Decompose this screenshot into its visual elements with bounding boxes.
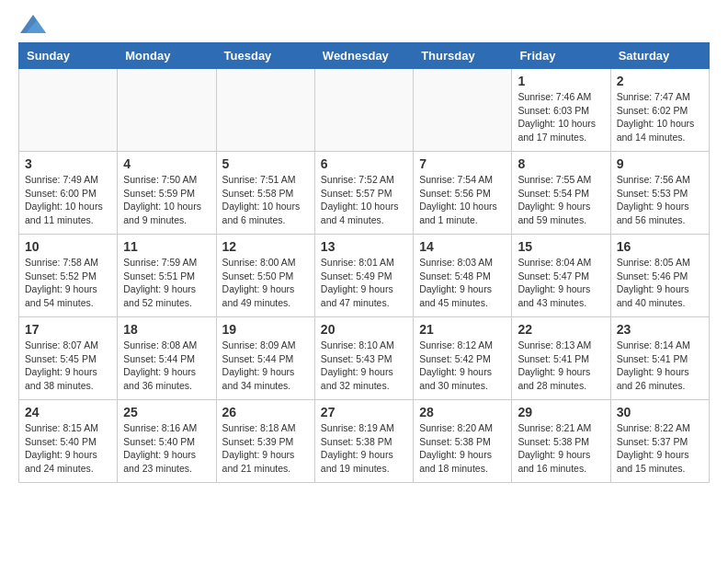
calendar-body: 1Sunrise: 7:46 AM Sunset: 6:03 PM Daylig… — [19, 69, 710, 483]
column-header-friday: Friday — [512, 43, 610, 69]
day-info: Sunrise: 7:54 AM Sunset: 5:56 PM Dayligh… — [419, 173, 506, 227]
day-info: Sunrise: 7:46 AM Sunset: 6:03 PM Dayligh… — [518, 90, 604, 144]
day-info: Sunrise: 8:12 AM Sunset: 5:42 PM Dayligh… — [419, 339, 506, 393]
day-number: 18 — [123, 322, 210, 337]
calendar-cell: 4Sunrise: 7:50 AM Sunset: 5:59 PM Daylig… — [118, 152, 216, 235]
day-info: Sunrise: 8:03 AM Sunset: 5:48 PM Dayligh… — [419, 256, 506, 310]
calendar-cell: 23Sunrise: 8:14 AM Sunset: 5:41 PM Dayli… — [610, 317, 709, 400]
calendar-cell: 9Sunrise: 7:56 AM Sunset: 5:53 PM Daylig… — [610, 152, 709, 235]
column-header-thursday: Thursday — [414, 43, 512, 69]
day-info: Sunrise: 7:58 AM Sunset: 5:52 PM Dayligh… — [25, 256, 111, 310]
day-info: Sunrise: 7:49 AM Sunset: 6:00 PM Dayligh… — [25, 173, 111, 227]
column-header-sunday: Sunday — [19, 43, 118, 69]
calendar-cell: 16Sunrise: 8:05 AM Sunset: 5:46 PM Dayli… — [610, 235, 709, 317]
day-number: 7 — [419, 156, 506, 171]
day-info: Sunrise: 7:56 AM Sunset: 5:53 PM Dayligh… — [617, 173, 703, 227]
day-info: Sunrise: 7:59 AM Sunset: 5:51 PM Dayligh… — [123, 256, 210, 310]
calendar-week-2: 10Sunrise: 7:58 AM Sunset: 5:52 PM Dayli… — [19, 235, 710, 317]
column-header-wednesday: Wednesday — [314, 43, 413, 69]
day-info: Sunrise: 8:04 AM Sunset: 5:47 PM Dayligh… — [518, 256, 604, 310]
day-number: 3 — [25, 156, 111, 171]
calendar-week-3: 17Sunrise: 8:07 AM Sunset: 5:45 PM Dayli… — [19, 317, 710, 400]
calendar-cell: 21Sunrise: 8:12 AM Sunset: 5:42 PM Dayli… — [414, 317, 512, 400]
calendar-cell: 22Sunrise: 8:13 AM Sunset: 5:41 PM Dayli… — [512, 317, 610, 400]
page-header — [18, 15, 710, 33]
calendar-cell — [314, 69, 413, 152]
day-info: Sunrise: 8:08 AM Sunset: 5:44 PM Dayligh… — [123, 339, 210, 393]
calendar-cell: 29Sunrise: 8:21 AM Sunset: 5:38 PM Dayli… — [512, 400, 610, 483]
logo — [18, 15, 46, 33]
header-row: SundayMondayTuesdayWednesdayThursdayFrid… — [19, 43, 710, 69]
logo-icon — [20, 15, 46, 33]
calendar-cell: 14Sunrise: 8:03 AM Sunset: 5:48 PM Dayli… — [414, 235, 512, 317]
calendar-cell: 25Sunrise: 8:16 AM Sunset: 5:40 PM Dayli… — [118, 400, 216, 483]
day-info: Sunrise: 8:05 AM Sunset: 5:46 PM Dayligh… — [617, 256, 703, 310]
day-info: Sunrise: 8:14 AM Sunset: 5:41 PM Dayligh… — [617, 339, 703, 393]
calendar-cell: 27Sunrise: 8:19 AM Sunset: 5:38 PM Dayli… — [314, 400, 413, 483]
day-number: 15 — [518, 239, 604, 254]
calendar-week-0: 1Sunrise: 7:46 AM Sunset: 6:03 PM Daylig… — [19, 69, 710, 152]
calendar-cell: 12Sunrise: 8:00 AM Sunset: 5:50 PM Dayli… — [216, 235, 314, 317]
day-info: Sunrise: 8:09 AM Sunset: 5:44 PM Dayligh… — [222, 339, 309, 393]
day-info: Sunrise: 8:16 AM Sunset: 5:40 PM Dayligh… — [123, 421, 210, 476]
day-number: 11 — [123, 239, 210, 254]
day-info: Sunrise: 8:20 AM Sunset: 5:38 PM Dayligh… — [419, 421, 506, 476]
calendar-cell: 30Sunrise: 8:22 AM Sunset: 5:37 PM Dayli… — [610, 400, 709, 483]
column-header-monday: Monday — [118, 43, 216, 69]
day-info: Sunrise: 7:47 AM Sunset: 6:02 PM Dayligh… — [617, 90, 703, 144]
day-number: 6 — [321, 156, 407, 171]
day-number: 10 — [25, 239, 111, 254]
day-number: 16 — [617, 239, 703, 254]
calendar-cell: 3Sunrise: 7:49 AM Sunset: 6:00 PM Daylig… — [19, 152, 118, 235]
day-info: Sunrise: 8:18 AM Sunset: 5:39 PM Dayligh… — [222, 421, 309, 476]
day-info: Sunrise: 8:21 AM Sunset: 5:38 PM Dayligh… — [518, 421, 604, 476]
day-info: Sunrise: 8:07 AM Sunset: 5:45 PM Dayligh… — [25, 339, 111, 393]
calendar-cell: 15Sunrise: 8:04 AM Sunset: 5:47 PM Dayli… — [512, 235, 610, 317]
calendar-cell: 13Sunrise: 8:01 AM Sunset: 5:49 PM Dayli… — [314, 235, 413, 317]
calendar-cell: 8Sunrise: 7:55 AM Sunset: 5:54 PM Daylig… — [512, 152, 610, 235]
calendar-header: SundayMondayTuesdayWednesdayThursdayFrid… — [19, 43, 710, 69]
day-info: Sunrise: 8:01 AM Sunset: 5:49 PM Dayligh… — [321, 256, 407, 310]
calendar-week-1: 3Sunrise: 7:49 AM Sunset: 6:00 PM Daylig… — [19, 152, 710, 235]
calendar-cell: 18Sunrise: 8:08 AM Sunset: 5:44 PM Dayli… — [118, 317, 216, 400]
day-number: 2 — [617, 74, 703, 88]
calendar-week-4: 24Sunrise: 8:15 AM Sunset: 5:40 PM Dayli… — [19, 400, 710, 483]
calendar-cell: 11Sunrise: 7:59 AM Sunset: 5:51 PM Dayli… — [118, 235, 216, 317]
day-number: 29 — [518, 405, 604, 419]
day-number: 27 — [321, 405, 407, 419]
calendar-cell — [19, 69, 118, 152]
page-container: SundayMondayTuesdayWednesdayThursdayFrid… — [0, 0, 728, 498]
calendar-cell: 26Sunrise: 8:18 AM Sunset: 5:39 PM Dayli… — [216, 400, 314, 483]
calendar-cell — [118, 69, 216, 152]
day-number: 21 — [419, 322, 506, 337]
day-number: 13 — [321, 239, 407, 254]
day-number: 22 — [518, 322, 604, 337]
day-number: 28 — [419, 405, 506, 419]
day-number: 12 — [222, 239, 309, 254]
day-number: 4 — [123, 156, 210, 171]
day-number: 24 — [25, 405, 111, 419]
day-info: Sunrise: 8:15 AM Sunset: 5:40 PM Dayligh… — [25, 421, 111, 476]
calendar-cell: 5Sunrise: 7:51 AM Sunset: 5:58 PM Daylig… — [216, 152, 314, 235]
day-number: 5 — [222, 156, 309, 171]
day-number: 23 — [617, 322, 703, 337]
day-number: 26 — [222, 405, 309, 419]
calendar-cell: 7Sunrise: 7:54 AM Sunset: 5:56 PM Daylig… — [414, 152, 512, 235]
calendar-cell: 20Sunrise: 8:10 AM Sunset: 5:43 PM Dayli… — [314, 317, 413, 400]
day-info: Sunrise: 7:51 AM Sunset: 5:58 PM Dayligh… — [222, 173, 309, 227]
day-info: Sunrise: 8:13 AM Sunset: 5:41 PM Dayligh… — [518, 339, 604, 393]
day-number: 17 — [25, 322, 111, 337]
day-number: 8 — [518, 156, 604, 171]
calendar-cell — [216, 69, 314, 152]
day-number: 9 — [617, 156, 703, 171]
calendar-table: SundayMondayTuesdayWednesdayThursdayFrid… — [18, 42, 710, 483]
calendar-cell: 24Sunrise: 8:15 AM Sunset: 5:40 PM Dayli… — [19, 400, 118, 483]
calendar-cell — [414, 69, 512, 152]
day-info: Sunrise: 7:55 AM Sunset: 5:54 PM Dayligh… — [518, 173, 604, 227]
day-number: 25 — [123, 405, 210, 419]
day-number: 30 — [617, 405, 703, 419]
day-info: Sunrise: 7:50 AM Sunset: 5:59 PM Dayligh… — [123, 173, 210, 227]
calendar-cell: 17Sunrise: 8:07 AM Sunset: 5:45 PM Dayli… — [19, 317, 118, 400]
day-info: Sunrise: 8:10 AM Sunset: 5:43 PM Dayligh… — [321, 339, 407, 393]
day-number: 14 — [419, 239, 506, 254]
